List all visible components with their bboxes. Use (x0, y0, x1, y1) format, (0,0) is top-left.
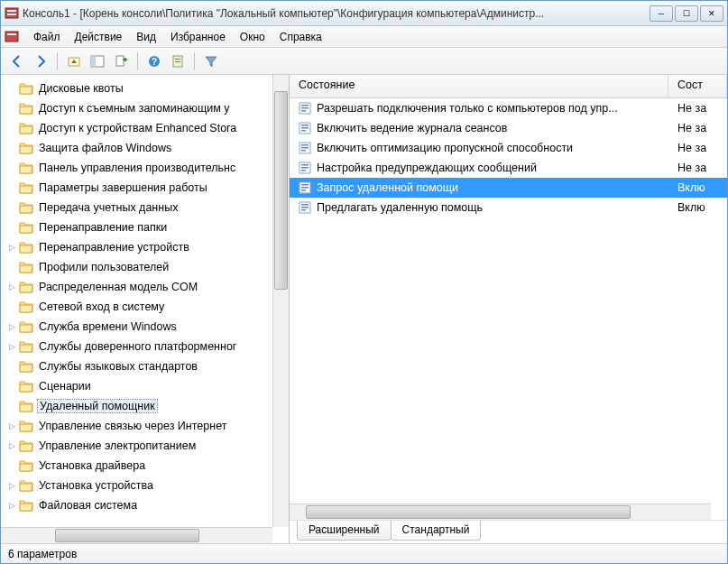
tab-extended[interactable]: Расширенный (297, 521, 392, 541)
expander-icon[interactable]: ▷ (6, 421, 17, 431)
svg-rect-13 (175, 61, 180, 62)
tree-item[interactable]: Панель управления производительнс (1, 158, 289, 178)
tree-label: Передача учетных данных (37, 200, 180, 215)
expander-icon[interactable] (6, 401, 17, 411)
expander-icon[interactable]: ▷ (6, 480, 17, 491)
up-button[interactable] (63, 51, 85, 72)
titlebar[interactable]: Консоль1 - [Корень консоли\Политика "Лок… (1, 1, 727, 26)
svg-text:?: ? (152, 57, 157, 67)
menu-help[interactable]: Справка (272, 29, 329, 45)
list-body[interactable]: Разрешать подключения только с компьютер… (290, 98, 727, 520)
tree-item[interactable]: Установка драйвера (1, 456, 289, 476)
expander-icon[interactable] (6, 460, 17, 471)
tree-item[interactable]: Защита файлов Windows (1, 138, 289, 158)
column-header-state[interactable]: Состояние (290, 75, 668, 97)
expander-icon[interactable] (6, 361, 17, 372)
cell-name: Включить ведение журнала сеансов (290, 122, 668, 134)
expander-icon[interactable]: ▷ (6, 242, 17, 253)
tree-item[interactable]: ▷Установка устройства (1, 476, 289, 495)
tree-item[interactable]: ▷Управление связью через Интернет (1, 416, 289, 436)
tree-item[interactable]: ▷Перенаправление устройств (1, 237, 289, 257)
expander-icon[interactable]: ▷ (6, 341, 17, 352)
menu-window[interactable]: Окно (233, 29, 272, 45)
tab-standard[interactable]: Стандартный (391, 521, 482, 541)
tree-label: Службы языковых стандартов (37, 359, 199, 374)
tree-item[interactable]: ▷Распределенная модель COM (1, 277, 289, 297)
maximize-button[interactable]: ☐ (675, 5, 698, 22)
scroll-thumb[interactable] (306, 505, 631, 519)
tree-item[interactable]: Доступ к съемным запоминающим у (1, 98, 289, 118)
expander-icon[interactable] (6, 162, 17, 173)
tree-item[interactable]: Сетевой вход в систему (1, 297, 289, 317)
tree-item[interactable]: Дисковые квоты (1, 79, 289, 98)
menu-action[interactable]: Действие (68, 29, 130, 45)
tree-item[interactable]: ▷Служба времени Windows (1, 317, 289, 337)
cell-name: Запрос удаленной помощи (290, 181, 668, 194)
expander-icon[interactable] (6, 262, 17, 273)
tree-label: Установка драйвера (37, 458, 147, 473)
tree-label: Распределенная модель COM (37, 280, 199, 294)
tree-item[interactable]: ▷Файловая система (1, 495, 289, 515)
expander-icon[interactable]: ▷ (6, 500, 17, 511)
statusbar: 6 параметров (1, 543, 727, 563)
list-row[interactable]: Запрос удаленной помощиВклю (290, 178, 727, 198)
expander-icon[interactable]: ▷ (6, 321, 17, 332)
forward-button[interactable] (30, 51, 51, 72)
tree-label: Параметры завершения работы (37, 180, 209, 195)
tree-item[interactable]: Параметры завершения работы (1, 178, 289, 198)
menu-view[interactable]: Вид (129, 29, 163, 45)
scroll-thumb[interactable] (55, 529, 199, 542)
properties-button[interactable] (167, 51, 189, 72)
tree-item[interactable]: Службы языковых стандартов (1, 356, 289, 376)
expander-icon[interactable] (6, 143, 17, 153)
tree-item[interactable]: ▷Управление электропитанием (1, 436, 289, 456)
expander-icon[interactable] (6, 83, 17, 94)
horizontal-scrollbar[interactable] (1, 527, 272, 543)
minimize-button[interactable]: ─ (650, 5, 673, 22)
expander-icon[interactable] (6, 182, 17, 193)
menu-file[interactable]: Файл (26, 29, 68, 45)
cell-name: Настройка предупреждающих сообщений (290, 162, 668, 174)
menu-favorites[interactable]: Избранное (163, 29, 233, 45)
tree-label: Перенаправление устройств (37, 240, 191, 254)
expander-icon[interactable]: ▷ (6, 282, 17, 292)
tree-item[interactable]: ▷Службы доверенного платформенног (1, 337, 289, 356)
show-hide-tree-button[interactable] (87, 51, 108, 72)
list-row[interactable]: Включить оптимизацию пропускной способно… (290, 138, 727, 158)
expander-icon[interactable] (6, 222, 17, 233)
svg-rect-36 (301, 207, 309, 208)
separator (57, 52, 58, 70)
list-row[interactable]: Разрешать подключения только с компьютер… (290, 98, 727, 118)
expander-icon[interactable] (6, 103, 17, 114)
tree-panel: Дисковые квотыДоступ к съемным запоминаю… (1, 75, 290, 543)
list-row[interactable]: Предлагать удаленную помощьВклю (290, 198, 727, 217)
horizontal-scrollbar[interactable] (290, 504, 711, 520)
tree-label: Файловая система (37, 498, 139, 513)
column-header-status[interactable]: Сост (668, 75, 727, 97)
tree-item[interactable]: Перенаправление папки (1, 217, 289, 237)
tree-label: Управление связью через Интернет (37, 419, 228, 433)
tree-item[interactable]: Удаленный помощник (1, 396, 289, 416)
vertical-scrollbar[interactable] (272, 75, 289, 527)
scroll-thumb[interactable] (274, 91, 288, 290)
expander-icon[interactable] (6, 202, 17, 213)
svg-rect-12 (175, 59, 180, 60)
tree-body[interactable]: Дисковые квотыДоступ к съемным запоминаю… (1, 75, 289, 543)
tree-label: Управление электропитанием (37, 439, 198, 453)
list-row[interactable]: Настройка предупреждающих сообщенийНе за (290, 158, 727, 178)
tree-item[interactable]: Профили пользователей (1, 257, 289, 277)
tree-item[interactable]: Передача учетных данных (1, 198, 289, 217)
expander-icon[interactable] (6, 381, 17, 392)
expander-icon[interactable]: ▷ (6, 440, 17, 451)
tree-label: Служба времени Windows (37, 319, 179, 334)
back-button[interactable] (6, 51, 28, 72)
tree-item[interactable]: Доступ к устройствам Enhanced Stora (1, 118, 289, 138)
close-button[interactable]: ✕ (700, 5, 723, 22)
list-row[interactable]: Включить ведение журнала сеансовНе за (290, 118, 727, 138)
help-button[interactable]: ? (143, 51, 165, 72)
filter-button[interactable] (200, 51, 222, 72)
expander-icon[interactable] (6, 123, 17, 134)
tree-item[interactable]: Сценарии (1, 376, 289, 396)
export-button[interactable] (110, 51, 132, 72)
expander-icon[interactable] (6, 301, 17, 312)
